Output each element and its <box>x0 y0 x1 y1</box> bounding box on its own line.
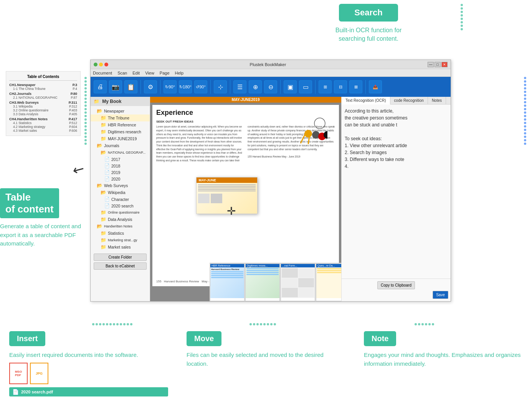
sidebar-item-may[interactable]: 📁 MAY-JUNE2019 <box>91 135 150 142</box>
insert-card: Insert Easily insert required documents … <box>0 323 177 408</box>
sidebar-item-dataanalysis[interactable]: 📁 Data Analysis <box>91 216 150 223</box>
sidebar-item-newspaper[interactable]: 📂 Newspaper <box>91 108 150 114</box>
toc-card: Table of Contents CH1.Newspaper P.3 1-1 … <box>6 71 81 136</box>
titlebar-dots <box>94 63 108 66</box>
sidebar-header: 📁 My Book <box>91 97 150 106</box>
dots-right-vertical <box>524 77 526 145</box>
toc-item-4-3: 4.3 Market salesP.606 <box>9 129 77 133</box>
menu-edit[interactable]: Edit <box>132 71 140 75</box>
thumb-quest[interactable]: Ques...re Da... <box>316 264 341 301</box>
toc-section: Table of Contents CH1.Newspaper P.3 1-1 … <box>6 71 81 136</box>
toc-card-title: Table of Contents <box>9 75 77 81</box>
folder-icon-natgeo: 📂 <box>101 150 106 155</box>
thumb-hbr[interactable]: HBR Reference Harvard Business Review <box>210 264 245 301</box>
menu-page[interactable]: Page <box>160 71 170 75</box>
dot-yellow[interactable] <box>99 63 103 66</box>
ocr-text: According to this article,the creative p… <box>345 108 448 128</box>
dots-bottom-h3 <box>415 323 434 325</box>
ocr-idea-2: 2. Search by images <box>345 149 448 156</box>
menu-scan[interactable]: Scan <box>117 71 127 75</box>
toolbar-sep5 <box>280 80 281 94</box>
menu-view[interactable]: View <box>145 71 154 75</box>
toolbar-settings2-icon[interactable]: ⊠ <box>349 80 362 93</box>
sidebar-item-natgeo[interactable]: 📂 NATIONAL GEOGRAP... <box>91 149 150 156</box>
sidebar-item-questionnaire[interactable]: 📁 Online questionnaire <box>91 209 150 216</box>
toc-item-3-1: 3.1 WikipediaP.312 <box>9 104 77 108</box>
pdf-file-type: MSOPDF <box>15 370 22 377</box>
back-to-ecabinet-button[interactable]: Back to eCabinet <box>94 262 147 270</box>
thumb-digitimes-content <box>246 267 279 298</box>
tab-notes[interactable]: Notes <box>428 97 446 104</box>
tab-code-recognition[interactable]: code Recognition <box>390 97 428 104</box>
toolbar-single-icon[interactable]: ▭ <box>299 80 312 93</box>
create-folder-button[interactable]: Create Folder <box>94 254 147 261</box>
menu-help[interactable]: Help <box>175 71 184 75</box>
toolbar-scanner-icon[interactable]: 📷 <box>109 80 122 93</box>
toolbar-gear-icon[interactable]: ⚙ <box>144 80 157 93</box>
viewer-content: Experience SEEK OUT FRESH IDEAS Lorem ip… <box>152 105 339 286</box>
file-icon-pdf: 📄 <box>12 389 19 395</box>
app-sidebar: 📁 My Book 📂 Newspaper 📁 The Tribune 📁 HB… <box>91 97 150 301</box>
sidebar-item-handwritten[interactable]: 📂 Handwritten Notes <box>91 223 150 230</box>
file-icon-2019: 📄 <box>104 170 110 175</box>
sidebar-item-statistics[interactable]: 📁 Statistics <box>91 230 150 237</box>
thumbnail-strip: HBR Reference Harvard Business Review Di… <box>210 263 341 301</box>
maximize-button[interactable]: □ <box>435 62 441 67</box>
toolbar-sep4 <box>230 80 230 94</box>
sidebar-item-character[interactable]: 📄 Character <box>91 196 150 202</box>
toolbar-rotate90-icon[interactable]: ↻90° <box>164 80 177 93</box>
menu-document[interactable]: Document <box>93 71 112 75</box>
sidebar-item-websurveys[interactable]: 📂 Web Surveys <box>91 182 150 189</box>
viewer-header: MAY-JUNE2019 <box>150 97 341 103</box>
dot-green[interactable] <box>94 63 97 66</box>
sidebar-item-2020search[interactable]: 📄 2020 search <box>91 202 150 209</box>
sidebar-item-hbr[interactable]: 📁 HBR Reference <box>91 121 150 128</box>
thumb-form[interactable]: ...nal Form... <box>281 264 315 301</box>
toolbar-cols-icon[interactable]: ⊞ <box>319 80 332 93</box>
sidebar-item-tribune[interactable]: 📁 The Tribune <box>91 114 150 121</box>
window-controls: — □ ✕ <box>428 62 448 67</box>
toolbar-layout-icon[interactable]: ☰ <box>233 80 246 93</box>
sidebar-item-journals[interactable]: 📂 Journals <box>91 142 150 149</box>
sidebar-item-2018[interactable]: 📄 2018 <box>91 163 150 169</box>
toolbar-zoomout-icon[interactable]: ⊖ <box>264 80 277 93</box>
toolbar-zoomin-icon[interactable]: ⊕ <box>249 80 262 93</box>
toolbar-rotateback-icon[interactable]: ↺90° <box>194 80 207 93</box>
toolbar-crop-icon[interactable]: ⊹ <box>214 80 227 93</box>
sidebar-item-marketsales[interactable]: 📁 Market sales <box>91 244 150 250</box>
ocr-panel: Text Recognition (OCR) code Recognition … <box>341 97 451 301</box>
toolbar-scan-icon[interactable]: 🖨 <box>94 80 107 93</box>
file-icon-2018: 📄 <box>104 163 110 168</box>
doc-title: Experience <box>156 109 335 117</box>
sidebar-item-2020[interactable]: 📄 2020 <box>91 176 150 182</box>
ocr-ideas-heading: To seek out ideas: <box>345 135 448 142</box>
toolbar-export-icon[interactable]: 📤 <box>369 80 382 93</box>
thumb-digitimes[interactable]: Digitimes resea... <box>245 264 280 301</box>
sidebar-tree: 📂 Newspaper 📁 The Tribune 📁 HBR Referenc… <box>91 106 150 252</box>
app-titlebar: Plustek BookMaker — □ ✕ <box>91 60 451 69</box>
sidebar-item-2019[interactable]: 📄 2019 <box>91 169 150 176</box>
toolbar-copy-icon[interactable]: 📋 <box>124 80 137 93</box>
sidebar-item-digitimes[interactable]: 📁 Digitimes research <box>91 128 150 135</box>
tab-text-recognition[interactable]: Text Recognition (OCR) <box>342 97 390 104</box>
insert-badge: Insert <box>9 331 45 346</box>
folder-icon: 📂 <box>97 108 102 114</box>
close-button[interactable]: ✕ <box>441 62 448 67</box>
sidebar-item-marketing[interactable]: 📁 Marketing strat...gy <box>91 237 150 244</box>
toolbar-pages-icon[interactable]: ⊟ <box>334 80 347 93</box>
toolbar-fit-icon[interactable]: ▣ <box>284 80 297 93</box>
toolbar-sep6 <box>315 80 316 94</box>
toc-item-3-2: 3.2 Online questionnaireP.403 <box>9 108 77 112</box>
save-button[interactable]: Save <box>433 291 448 299</box>
app-menubar: Document Scan Edit View Page Help <box>91 69 451 77</box>
pdf-file-thumb: MSOPDF <box>9 363 28 384</box>
sidebar-item-wikipedia[interactable]: 📂 Wikipedia <box>91 189 150 196</box>
folder-icon-stats: 📁 <box>101 231 106 236</box>
dots-decoration-tr <box>461 4 463 30</box>
copy-to-clipboard-button[interactable]: Copy to Clipboard <box>377 281 415 289</box>
toc-label-section: Tableof content Generate a table of cont… <box>0 188 84 248</box>
sidebar-item-2017[interactable]: 📄 2017 <box>91 156 150 163</box>
toolbar-rotate180-icon[interactable]: ↻180° <box>179 80 192 93</box>
toc-item-3-3: 3.3 Data AnalysisP.405 <box>9 112 77 116</box>
minimize-button[interactable]: — <box>428 62 434 67</box>
